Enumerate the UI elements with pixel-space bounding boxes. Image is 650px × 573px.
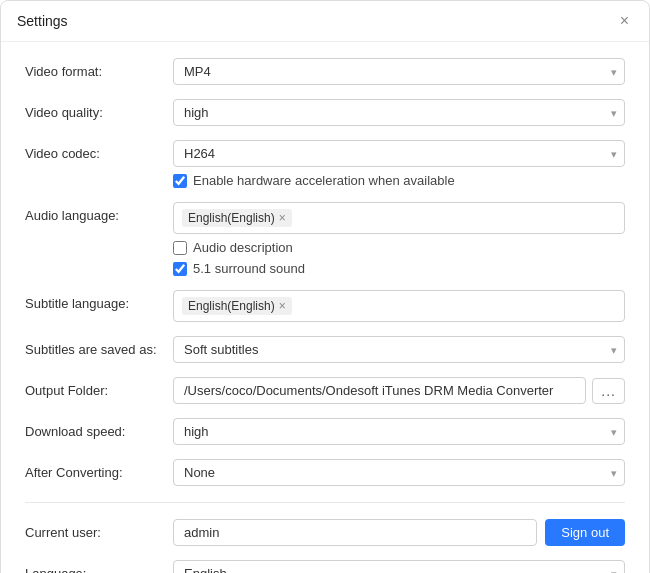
subtitle-language-tag-input[interactable]: English(English) × (173, 290, 625, 322)
hw-accel-label: Enable hardware acceleration when availa… (193, 173, 455, 188)
output-folder-row: Output Folder: ... (25, 377, 625, 404)
close-button[interactable]: × (616, 11, 633, 31)
video-quality-label: Video quality: (25, 99, 173, 120)
subtitle-language-row: Subtitle language: English(English) × (25, 290, 625, 322)
after-converting-select-wrap: None Open folder Shut down ▾ (173, 459, 625, 486)
subtitles-saved-label: Subtitles are saved as: (25, 336, 173, 357)
video-format-control: MP4 MOV MKV AVI ▾ (173, 58, 625, 85)
subtitle-language-tag-text: English(English) (188, 299, 275, 313)
hw-accel-checkbox[interactable] (173, 174, 187, 188)
language-select-wrap: English Chinese French German ▾ (173, 560, 625, 573)
section-divider (25, 502, 625, 503)
surround-label: 5.1 surround sound (193, 261, 305, 276)
after-converting-label: After Converting: (25, 459, 173, 480)
current-user-wrap: Sign out (173, 519, 625, 546)
subtitle-language-control: English(English) × (173, 290, 625, 322)
audio-language-tag-close[interactable]: × (279, 212, 286, 224)
video-codec-label: Video codec: (25, 140, 173, 161)
video-codec-control: H264 H265 HEVC ▾ Enable hardware acceler… (173, 140, 625, 188)
download-speed-select[interactable]: high medium low (173, 418, 625, 445)
audio-language-tag-input[interactable]: English(English) × (173, 202, 625, 234)
video-quality-select[interactable]: high medium low (173, 99, 625, 126)
video-format-select[interactable]: MP4 MOV MKV AVI (173, 58, 625, 85)
hw-accel-row: Enable hardware acceleration when availa… (173, 173, 625, 188)
after-converting-select[interactable]: None Open folder Shut down (173, 459, 625, 486)
video-quality-row: Video quality: high medium low ▾ (25, 99, 625, 126)
titlebar: Settings × (1, 1, 649, 42)
current-user-control: Sign out (173, 519, 625, 546)
video-codec-select-wrap: H264 H265 HEVC ▾ (173, 140, 625, 167)
output-folder-wrap: ... (173, 377, 625, 404)
output-folder-control: ... (173, 377, 625, 404)
video-format-select-wrap: MP4 MOV MKV AVI ▾ (173, 58, 625, 85)
audio-language-row: Audio language: English(English) × Audio… (25, 202, 625, 276)
video-quality-control: high medium low ▾ (173, 99, 625, 126)
output-folder-input[interactable] (173, 377, 586, 404)
language-select[interactable]: English Chinese French German (173, 560, 625, 573)
audio-language-tag-text: English(English) (188, 211, 275, 225)
download-speed-select-wrap: high medium low ▾ (173, 418, 625, 445)
surround-checkbox[interactable] (173, 262, 187, 276)
download-speed-label: Download speed: (25, 418, 173, 439)
audio-desc-row: Audio description (173, 240, 625, 255)
window-title: Settings (17, 13, 68, 29)
settings-window: Settings × Video format: MP4 MOV MKV AVI… (0, 0, 650, 573)
output-folder-browse-button[interactable]: ... (592, 378, 625, 404)
subtitles-saved-select-wrap: Soft subtitles Hard subtitles ▾ (173, 336, 625, 363)
language-label: Language: (25, 560, 173, 573)
download-speed-row: Download speed: high medium low ▾ (25, 418, 625, 445)
subtitle-language-label: Subtitle language: (25, 290, 173, 311)
subtitles-saved-control: Soft subtitles Hard subtitles ▾ (173, 336, 625, 363)
language-control: English Chinese French German ▾ (173, 560, 625, 573)
language-row: Language: English Chinese French German … (25, 560, 625, 573)
after-converting-control: None Open folder Shut down ▾ (173, 459, 625, 486)
video-format-label: Video format: (25, 58, 173, 79)
audio-desc-checkbox[interactable] (173, 241, 187, 255)
subtitle-language-tag: English(English) × (182, 297, 292, 315)
video-codec-row: Video codec: H264 H265 HEVC ▾ Enable har… (25, 140, 625, 188)
audio-language-tag: English(English) × (182, 209, 292, 227)
current-user-input[interactable] (173, 519, 537, 546)
surround-row: 5.1 surround sound (173, 261, 625, 276)
video-format-row: Video format: MP4 MOV MKV AVI ▾ (25, 58, 625, 85)
signout-button[interactable]: Sign out (545, 519, 625, 546)
current-user-label: Current user: (25, 519, 173, 540)
audio-language-label: Audio language: (25, 202, 173, 223)
download-speed-control: high medium low ▾ (173, 418, 625, 445)
subtitles-saved-select[interactable]: Soft subtitles Hard subtitles (173, 336, 625, 363)
subtitle-language-tag-close[interactable]: × (279, 300, 286, 312)
settings-content: Video format: MP4 MOV MKV AVI ▾ Video qu… (1, 42, 649, 573)
after-converting-row: After Converting: None Open folder Shut … (25, 459, 625, 486)
video-codec-select[interactable]: H264 H265 HEVC (173, 140, 625, 167)
output-folder-label: Output Folder: (25, 377, 173, 398)
audio-language-control: English(English) × Audio description 5.1… (173, 202, 625, 276)
audio-desc-label: Audio description (193, 240, 293, 255)
current-user-row: Current user: Sign out (25, 519, 625, 546)
video-quality-select-wrap: high medium low ▾ (173, 99, 625, 126)
subtitles-saved-row: Subtitles are saved as: Soft subtitles H… (25, 336, 625, 363)
